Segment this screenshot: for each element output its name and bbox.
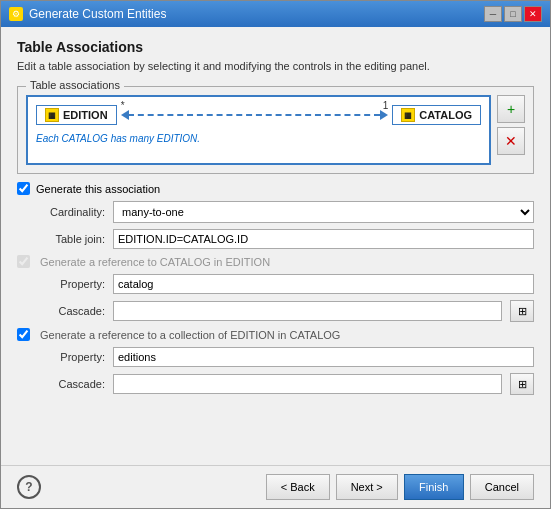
line-inner: * 1 [121, 110, 389, 120]
cascade2-button[interactable]: ⊞ [510, 373, 534, 395]
titlebar-left: ⚙ Generate Custom Entities [9, 7, 166, 21]
table-associations-group: Table associations ▦ EDITION * 1 [17, 86, 534, 174]
dialog-footer: ? < Back Next > Finish Cancel [1, 465, 550, 508]
catalog-table-box: ▦ CATALOG [392, 105, 481, 125]
help-button[interactable]: ? [17, 475, 41, 499]
property2-row: Property: [33, 347, 534, 367]
form-area: Generate this association Cardinality: m… [17, 182, 534, 395]
property2-label: Property: [33, 351, 105, 363]
generate-association-checkbox[interactable] [17, 182, 30, 195]
finish-button[interactable]: Finish [404, 474, 464, 500]
catalog-table-icon: ▦ [401, 108, 415, 122]
titlebar: ⚙ Generate Custom Entities ─ □ ✕ [1, 1, 550, 27]
page-title: Table Associations [17, 39, 534, 55]
remove-association-button[interactable]: ✕ [497, 127, 525, 155]
edition-table-icon: ▦ [45, 108, 59, 122]
assoc-description: Each CATALOG has many EDITION. [36, 133, 481, 144]
arrow-right-icon [380, 110, 388, 120]
cardinality-select[interactable]: many-to-one one-to-many one-to-one many-… [113, 201, 534, 223]
window-icon: ⚙ [9, 7, 23, 21]
edition-label: EDITION [63, 109, 108, 121]
catalog-label: CATALOG [419, 109, 472, 121]
star-label: * [121, 100, 125, 111]
property1-row: Property: [33, 274, 534, 294]
table-join-input[interactable] [113, 229, 534, 249]
dashed-line [128, 114, 381, 116]
associations-area: ▦ EDITION * 1 [26, 95, 525, 165]
ref-edition-row: Generate a reference to a collection of … [17, 328, 534, 341]
ref-catalog-row: Generate a reference to CATALOG in EDITI… [17, 255, 534, 268]
table-join-row: Table join: [33, 229, 534, 249]
cascade1-input[interactable] [113, 301, 502, 321]
ref-edition-label: Generate a reference to a collection of … [40, 329, 340, 341]
generate-association-row: Generate this association [17, 182, 534, 195]
assoc-buttons: + ✕ [497, 95, 525, 165]
generate-association-label: Generate this association [36, 183, 160, 195]
ref-catalog-label: Generate a reference to CATALOG in EDITI… [40, 256, 270, 268]
cascade1-label: Cascade: [33, 305, 105, 317]
association-line: * 1 [121, 110, 389, 120]
one-label: 1 [383, 100, 389, 111]
next-button[interactable]: Next > [336, 474, 398, 500]
cascade1-row: Cascade: ⊞ [33, 300, 534, 322]
footer-left: ? [17, 475, 41, 499]
close-button[interactable]: ✕ [524, 6, 542, 22]
cancel-button[interactable]: Cancel [470, 474, 534, 500]
window-title: Generate Custom Entities [29, 7, 166, 21]
property1-label: Property: [33, 278, 105, 290]
minimize-button[interactable]: ─ [484, 6, 502, 22]
cascade2-input[interactable] [113, 374, 502, 394]
cascade2-label: Cascade: [33, 378, 105, 390]
maximize-button[interactable]: □ [504, 6, 522, 22]
dialog-content: Table Associations Edit a table associat… [1, 27, 550, 465]
cascade1-button[interactable]: ⊞ [510, 300, 534, 322]
cascade2-row: Cascade: ⊞ [33, 373, 534, 395]
association-diagram[interactable]: ▦ EDITION * 1 [26, 95, 491, 165]
property1-input[interactable] [113, 274, 534, 294]
table-join-label: Table join: [33, 233, 105, 245]
ref-catalog-checkbox [17, 255, 30, 268]
section-header: Table Associations Edit a table associat… [17, 39, 534, 74]
cardinality-label: Cardinality: [33, 206, 105, 218]
titlebar-buttons: ─ □ ✕ [484, 6, 542, 22]
property2-input[interactable] [113, 347, 534, 367]
main-window: ⚙ Generate Custom Entities ─ □ ✕ Table A… [0, 0, 551, 509]
group-label: Table associations [26, 79, 124, 91]
assoc-row: ▦ EDITION * 1 [36, 105, 481, 125]
edition-table-box: ▦ EDITION [36, 105, 117, 125]
footer-right: < Back Next > Finish Cancel [266, 474, 534, 500]
page-description: Edit a table association by selecting it… [17, 59, 534, 74]
ref-edition-checkbox[interactable] [17, 328, 30, 341]
back-button[interactable]: < Back [266, 474, 330, 500]
cardinality-row: Cardinality: many-to-one one-to-many one… [33, 201, 534, 223]
add-association-button[interactable]: + [497, 95, 525, 123]
